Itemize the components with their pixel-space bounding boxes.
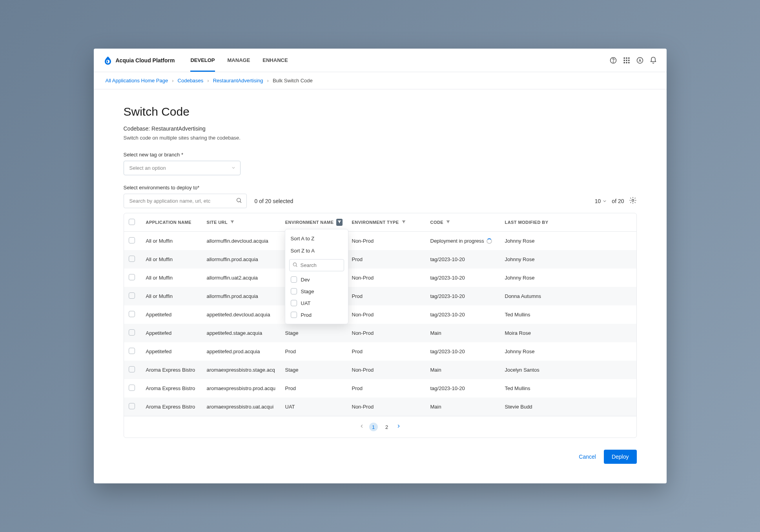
cell-type: Non-Prod <box>347 324 426 342</box>
cell-code: Main <box>426 361 500 379</box>
row-checkbox[interactable] <box>129 366 135 372</box>
page-description: Switch code on multiple sites sharing th… <box>124 135 637 141</box>
cell-app: All or Muffin <box>141 250 202 269</box>
filter-icon[interactable] <box>401 220 406 225</box>
row-checkbox[interactable] <box>129 237 135 243</box>
filter-option[interactable]: Stage <box>285 285 348 297</box>
select-all-checkbox[interactable] <box>129 219 135 225</box>
cell-type: Prod <box>347 342 426 361</box>
row-checkbox[interactable] <box>129 311 135 317</box>
page-2[interactable]: 2 <box>383 423 391 431</box>
tab-manage[interactable]: MANAGE <box>228 49 250 72</box>
svg-rect-5 <box>628 57 629 58</box>
cell-app: Appetitefed <box>141 324 202 342</box>
cancel-button[interactable]: Cancel <box>579 454 596 460</box>
cell-url: aromaexpressbistro.stage.acq <box>202 361 281 379</box>
th-application: APPLICATION NAME <box>146 220 191 225</box>
row-checkbox[interactable] <box>129 385 135 391</box>
user-icon[interactable] <box>636 56 644 64</box>
th-env-type: ENVIRONMENT TYPE <box>352 220 399 225</box>
cell-type: Non-Prod <box>347 269 426 287</box>
cell-modified: Stevie Budd <box>500 398 636 416</box>
cell-url: appetitefed.stage.acquia <box>202 324 281 342</box>
svg-rect-10 <box>626 62 627 63</box>
table-row: Appetitefed appetitefed.prod.acquia Prod… <box>124 342 636 361</box>
cell-code: Main <box>426 398 500 416</box>
filter-checkbox[interactable] <box>291 288 297 294</box>
svg-rect-7 <box>626 60 627 61</box>
pagesize-select[interactable]: 10 <box>595 198 607 204</box>
filter-option[interactable]: Dev <box>285 274 348 285</box>
table-row: All or Muffin allormuffin.devcloud.acqui… <box>124 232 636 251</box>
apps-grid-icon[interactable] <box>623 56 631 64</box>
cell-app: All or Muffin <box>141 269 202 287</box>
filter-option-label: UAT <box>301 300 311 306</box>
cell-modified: Donna Autumns <box>500 287 636 305</box>
filter-option-label: Prod <box>301 312 312 318</box>
row-checkbox[interactable] <box>129 274 135 280</box>
gear-icon[interactable] <box>629 196 637 205</box>
svg-rect-3 <box>623 57 625 58</box>
page-next[interactable] <box>396 423 401 430</box>
cell-url: aromaexpressbistro.uat.acqui <box>202 398 281 416</box>
page-prev[interactable] <box>359 423 365 430</box>
svg-rect-4 <box>626 57 627 58</box>
help-icon[interactable] <box>609 56 617 64</box>
page-1[interactable]: 1 <box>369 423 378 431</box>
deploy-button[interactable]: Deploy <box>604 450 637 464</box>
chevron-right-icon: › <box>172 78 173 84</box>
tab-enhance[interactable]: ENHANCE <box>262 49 288 72</box>
cell-url: appetitefed.devcloud.acquia <box>202 305 281 324</box>
row-checkbox[interactable] <box>129 348 135 354</box>
search-input[interactable] <box>124 194 247 208</box>
environments-table-container: APPLICATION NAME SITE URL ENVIRONMENT NA… <box>124 213 637 438</box>
chevron-down-icon <box>602 199 607 203</box>
row-checkbox[interactable] <box>129 403 135 409</box>
filter-checkbox[interactable] <box>291 300 297 306</box>
table-toolbar: 0 of 20 selected 10 of 20 <box>124 194 637 208</box>
environments-label: Select environments to deploy to* <box>124 185 637 191</box>
table-row: All or Muffin allormuffin.prod.acquia Pr… <box>124 287 636 305</box>
table-row: Appetitefed appetitefed.stage.acquia Sta… <box>124 324 636 342</box>
breadcrumb-app[interactable]: RestaurantAdvertising <box>213 78 263 84</box>
breadcrumb-home[interactable]: All Applications Home Page <box>106 78 168 84</box>
app-window: Acquia Cloud Platform DEVELOP MANAGE ENH… <box>94 49 667 483</box>
spinner-icon <box>487 238 492 244</box>
sort-za[interactable]: Sort Z to A <box>285 245 348 257</box>
main-content: Switch Code Codebase: RestaurantAdvertis… <box>94 89 667 483</box>
cell-modified: Johnny Rose <box>500 250 636 269</box>
filter-icon-active[interactable] <box>336 219 343 226</box>
cell-url: aromaexpressbistro.prod.acqu <box>202 379 281 398</box>
filter-option[interactable]: UAT <box>285 297 348 309</box>
filter-checkbox[interactable] <box>291 276 297 283</box>
table-row: Appetitefed appetitefed.devcloud.acquia … <box>124 305 636 324</box>
breadcrumb-codebases[interactable]: Codebases <box>178 78 204 84</box>
env-filter-popover: Sort A to Z Sort Z to A DevStageUATProd <box>285 229 348 324</box>
filter-search-wrap <box>289 259 344 271</box>
cell-code: tag/2023-10-20 <box>426 250 500 269</box>
cell-app: Appetitefed <box>141 342 202 361</box>
row-checkbox[interactable] <box>129 256 135 262</box>
filter-option[interactable]: Prod <box>285 309 348 321</box>
cell-type: Prod <box>347 250 426 269</box>
filter-icon[interactable] <box>446 220 450 225</box>
cell-app: Aroma Express Bistro <box>141 361 202 379</box>
tab-develop[interactable]: DEVELOP <box>190 49 215 72</box>
row-checkbox[interactable] <box>129 329 135 336</box>
svg-rect-11 <box>628 62 629 63</box>
cell-code: tag/2023-10-20 <box>426 305 500 324</box>
sort-az[interactable]: Sort A to Z <box>285 232 348 245</box>
cell-code: tag/2023-10-20 <box>426 379 500 398</box>
cell-app: All or Muffin <box>141 232 202 251</box>
th-env-name: ENVIRONMENT NAME <box>285 220 334 225</box>
svg-point-14 <box>632 200 634 202</box>
branch-select[interactable]: Select an option <box>124 161 241 175</box>
filter-checkbox[interactable] <box>291 312 297 318</box>
svg-rect-6 <box>623 60 625 61</box>
row-checkbox[interactable] <box>129 292 135 299</box>
bell-icon[interactable] <box>649 56 657 64</box>
filter-icon[interactable] <box>230 220 235 225</box>
brand: Acquia Cloud Platform <box>103 56 175 65</box>
breadcrumb-current: Bulk Switch Code <box>273 78 313 84</box>
search-icon <box>292 262 298 269</box>
